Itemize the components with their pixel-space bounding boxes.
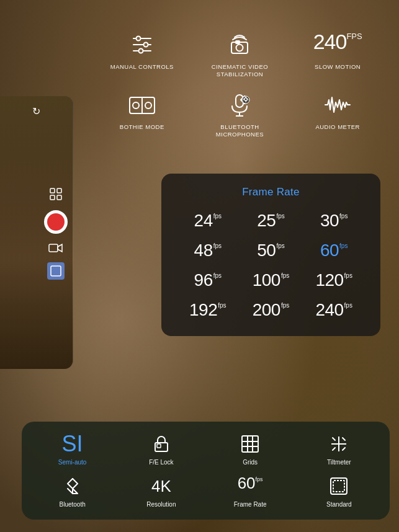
svg-rect-26	[157, 444, 161, 448]
feature-audio-meter[interactable]: AUDIO METER	[289, 85, 387, 145]
svg-point-10	[143, 43, 148, 47]
shutter-button[interactable]	[44, 210, 68, 234]
tiltmeter-label: Tiltmeter	[327, 459, 351, 466]
tiltmeter-icon	[329, 433, 349, 455]
camera-stabilization-icon	[226, 31, 253, 58]
fr-30[interactable]: 30fps	[302, 207, 365, 234]
quick-row-1: SI Semi-auto F/E Lock	[28, 433, 383, 466]
fr-24[interactable]: 24fps	[176, 207, 240, 234]
fr-25[interactable]: 25fps	[240, 207, 303, 234]
bothie-mode-label: BOTHIE MODE	[120, 123, 164, 131]
feature-bothie-mode[interactable]: BOTHIE MODE	[93, 85, 191, 145]
video-mode-icon	[47, 241, 65, 255]
quick-tiltmeter[interactable]: Tiltmeter	[295, 433, 383, 466]
frame-rate-panel: Frame Rate 24fps 25fps 30fps 48fps 50fps…	[161, 174, 380, 336]
svg-rect-0	[50, 188, 55, 193]
bothie-icon	[128, 91, 156, 118]
fe-lock-label: F/E Lock	[149, 459, 173, 466]
resolution-value: 4K	[151, 475, 171, 497]
feature-bluetooth-mic[interactable]: BLUETOOTH MICROPHONES	[191, 85, 289, 145]
quick-row-2: Bluetooth 4K Resolution 60fps Frame Rate…	[28, 475, 383, 508]
frame-rate-title: Frame Rate	[176, 186, 365, 198]
240fps-icon: 240FPS	[313, 31, 362, 58]
svg-line-36	[333, 448, 335, 450]
fr-240[interactable]: 240fps	[302, 296, 365, 324]
grid-icon	[47, 185, 65, 203]
manual-controls-label: MANUAL CONTROLS	[110, 63, 174, 71]
svg-point-13	[236, 45, 243, 51]
svg-point-9	[136, 37, 140, 41]
svg-rect-27	[242, 436, 258, 452]
svg-rect-5	[51, 266, 61, 276]
fr-48[interactable]: 48fps	[176, 237, 240, 264]
svg-rect-2	[50, 195, 55, 200]
resolution-label: Resolution	[146, 501, 176, 508]
grids-icon	[240, 433, 260, 455]
svg-point-18	[145, 102, 151, 109]
quick-standard[interactable]: Standard	[295, 475, 383, 508]
svg-rect-1	[57, 188, 61, 193]
quick-semi-auto[interactable]: SI Semi-auto	[28, 433, 117, 466]
features-grid: MANUAL CONTROLS CINEMATIC VIDEO STABILIZ…	[81, 0, 399, 157]
svg-line-38	[68, 489, 73, 494]
svg-rect-4	[49, 244, 58, 252]
fr-60[interactable]: 60fps	[302, 237, 365, 264]
feature-slow-motion[interactable]: 240FPS SLOW MOTION	[289, 25, 387, 85]
bluetooth-mic-icon	[226, 91, 253, 118]
standard-label: Standard	[326, 501, 352, 508]
quick-frame-rate[interactable]: 60fps Frame Rate	[206, 475, 295, 508]
slow-motion-label: SLOW MOTION	[315, 63, 361, 71]
si-icon: SI	[62, 433, 83, 455]
audio-meter-label: AUDIO METER	[315, 123, 359, 131]
sliders-icon	[128, 31, 156, 58]
audio-wave-icon	[324, 91, 351, 118]
refresh-icon: ↻	[32, 105, 40, 117]
quick-fe-lock[interactable]: F/E Lock	[117, 433, 205, 466]
bluetooth-mic-label: BLUETOOTH MICROPHONES	[197, 123, 283, 139]
feature-manual-controls[interactable]: MANUAL CONTROLS	[93, 25, 191, 85]
cinematic-video-label: CINEMATIC VIDEO STABILIZATION	[197, 63, 283, 79]
phone-preview: ↻	[0, 96, 73, 369]
svg-line-37	[343, 448, 345, 450]
quick-resolution[interactable]: 4K Resolution	[117, 475, 205, 508]
quick-controls-panel: SI Semi-auto F/E Lock	[22, 422, 390, 520]
gallery-thumbnail[interactable]	[47, 262, 65, 280]
bluetooth-label: Bluetooth	[59, 501, 85, 508]
svg-rect-40	[333, 481, 344, 492]
svg-point-17	[133, 102, 139, 109]
fr-120[interactable]: 120fps	[302, 267, 365, 294]
frame-rate-grid: 24fps 25fps 30fps 48fps 50fps 60fps 96fp…	[176, 207, 365, 324]
quick-grids[interactable]: Grids	[206, 433, 295, 466]
feature-cinematic-video[interactable]: CINEMATIC VIDEO STABILIZATION	[191, 25, 289, 85]
fr-96[interactable]: 96fps	[176, 267, 240, 294]
semi-auto-label: Semi-auto	[58, 459, 87, 466]
frame-rate-value: 60fps	[238, 475, 263, 497]
frame-rate-label: Frame Rate	[234, 501, 267, 508]
fr-200[interactable]: 200fps	[240, 296, 303, 324]
svg-rect-3	[57, 195, 61, 200]
svg-point-11	[138, 49, 143, 53]
svg-line-35	[343, 438, 345, 440]
bluetooth-icon	[63, 475, 83, 497]
quick-bluetooth[interactable]: Bluetooth	[28, 475, 117, 508]
fr-50[interactable]: 50fps	[240, 237, 303, 264]
standard-icon	[329, 475, 349, 497]
svg-line-34	[333, 438, 335, 440]
fr-192[interactable]: 192fps	[176, 296, 240, 324]
grids-label: Grids	[243, 459, 258, 466]
fr-100[interactable]: 100fps	[240, 267, 303, 294]
phone-controls	[44, 185, 68, 280]
fe-lock-icon	[151, 433, 171, 455]
